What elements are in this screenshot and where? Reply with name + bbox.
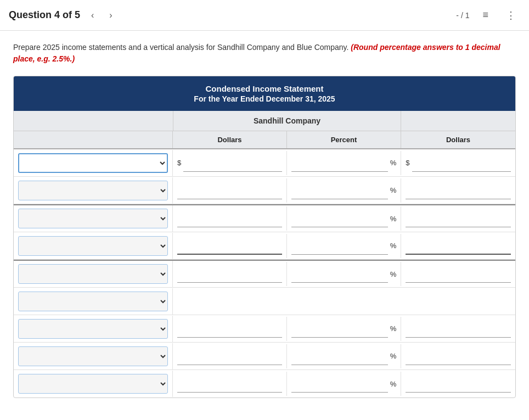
row-9-right-dollar-input[interactable]	[406, 375, 511, 393]
col-header-percent: Percent	[287, 131, 401, 148]
row-6-label-cell	[14, 288, 173, 315]
row-3-percent-input[interactable]	[291, 210, 388, 227]
table-row: %	[14, 315, 515, 343]
row-8-percent-cell: %	[287, 344, 402, 368]
dollar-sign-right-1: $	[406, 159, 409, 167]
row-2-label-cell	[14, 177, 173, 204]
row-3-percent-cell: %	[287, 206, 402, 231]
row-5-select[interactable]	[18, 264, 168, 284]
row-1-dollar-input[interactable]	[183, 154, 282, 172]
row-9-right-dollar-cell	[401, 372, 515, 396]
col-header-dollars-right: Dollars	[401, 131, 515, 148]
row-7-select[interactable]	[18, 319, 168, 339]
row-8-dollar-input[interactable]	[177, 348, 282, 365]
company-header-empty	[14, 111, 173, 131]
row-4-dollar-cell	[173, 234, 287, 258]
company-name-right-empty	[401, 111, 515, 131]
row-6-select[interactable]	[18, 292, 168, 311]
table-row: %	[14, 343, 515, 370]
row-9-dollar-cell	[173, 372, 287, 396]
table-row: %	[14, 232, 515, 260]
row-7-label-cell	[14, 316, 173, 342]
row-5-percent-cell: %	[287, 262, 402, 286]
percent-sign-9: %	[390, 380, 397, 388]
row-9-select[interactable]	[18, 374, 168, 394]
table-title-main: Condensed Income Statement	[22, 84, 507, 93]
row-2-percent-input[interactable]	[291, 182, 388, 199]
row-2-dollar-cell	[173, 178, 287, 203]
income-statement-table: Condensed Income Statement For the Year …	[13, 76, 516, 398]
row-2-right-dollar-cell	[401, 178, 515, 203]
row-9-label-cell	[14, 371, 173, 397]
table-row: $ % $	[14, 149, 515, 177]
row-1-percent-input[interactable]	[291, 154, 388, 172]
instructions: Prepare 2025 income statements and a ver…	[13, 42, 516, 65]
row-3-dollar-cell	[173, 206, 287, 231]
percent-sign-2: %	[390, 186, 397, 194]
header-left: Question 4 of 5 ‹ ›	[9, 8, 117, 23]
row-9-percent-cell: %	[287, 372, 402, 396]
company-header-row: Sandhill Company	[14, 111, 515, 131]
percent-sign-8: %	[390, 352, 397, 360]
table-title-sub: For the Year Ended December 31, 2025	[22, 94, 507, 103]
row-5-right-dollar-input[interactable]	[406, 265, 511, 283]
row-9-percent-input[interactable]	[291, 375, 388, 393]
list-icon-button[interactable]: ≡	[478, 7, 493, 23]
row-5-percent-input[interactable]	[291, 265, 388, 283]
row-9-dollar-input[interactable]	[177, 375, 282, 393]
percent-sign-1: %	[390, 159, 397, 167]
table-row: %	[14, 177, 515, 204]
more-options-button[interactable]: ⋮	[502, 7, 520, 24]
row-2-percent-cell: %	[287, 178, 402, 203]
row-3-dollar-input[interactable]	[177, 210, 282, 227]
page-indicator: - / 1	[456, 11, 469, 20]
row-4-right-dollar-cell	[401, 234, 515, 258]
percent-sign-3: %	[390, 215, 397, 223]
row-4-percent-input[interactable]	[291, 237, 388, 255]
row-1-right-dollar-cell: $	[401, 151, 515, 175]
row-1-select[interactable]	[18, 153, 168, 173]
table-row: %	[14, 260, 515, 288]
row-8-right-dollar-cell	[401, 344, 515, 368]
row-7-dollar-input[interactable]	[177, 320, 282, 338]
nav-next-button[interactable]: ›	[105, 8, 116, 23]
row-2-right-dollar-input[interactable]	[406, 182, 511, 199]
row-2-select[interactable]	[18, 181, 168, 200]
row-2-dollar-input[interactable]	[177, 182, 282, 199]
row-7-right-dollar-input[interactable]	[406, 320, 511, 338]
question-label: Question 4 of 5	[9, 9, 80, 21]
row-8-select[interactable]	[18, 346, 168, 366]
row-4-right-dollar-input[interactable]	[406, 237, 511, 255]
row-7-percent-input[interactable]	[291, 320, 388, 338]
row-5-dollar-input[interactable]	[177, 265, 282, 283]
header-right: - / 1 ≡ ⋮	[456, 7, 520, 24]
dollar-sign-1: $	[177, 159, 181, 167]
row-8-right-dollar-input[interactable]	[406, 348, 511, 365]
percent-sign-7: %	[390, 324, 397, 333]
row-4-dollar-input[interactable]	[177, 237, 282, 255]
row-5-dollar-cell	[173, 262, 287, 286]
row-3-label-cell	[14, 205, 173, 232]
instruction-text: Prepare 2025 income statements and a ver…	[13, 43, 348, 52]
row-7-percent-cell: %	[287, 317, 402, 341]
table-row: %	[14, 370, 515, 397]
row-4-percent-cell: %	[287, 234, 402, 258]
row-7-right-dollar-cell	[401, 317, 515, 341]
row-3-right-dollar-cell	[401, 206, 515, 231]
main-content: Prepare 2025 income statements and a ver…	[0, 31, 529, 409]
row-1-label-cell	[14, 150, 173, 176]
row-1-right-dollar-input[interactable]	[412, 154, 511, 172]
percent-sign-4: %	[390, 242, 397, 250]
row-4-label-cell	[14, 233, 173, 259]
col-header-empty	[14, 131, 173, 148]
row-8-label-cell	[14, 343, 173, 369]
row-8-percent-input[interactable]	[291, 348, 388, 365]
table-row: %	[14, 204, 515, 232]
row-4-select[interactable]	[18, 236, 168, 256]
table-row	[14, 288, 515, 315]
row-3-right-dollar-input[interactable]	[406, 210, 511, 227]
row-3-select[interactable]	[18, 209, 168, 228]
header-bar: Question 4 of 5 ‹ › - / 1 ≡ ⋮	[0, 0, 529, 31]
row-7-dollar-cell	[173, 317, 287, 341]
nav-prev-button[interactable]: ‹	[87, 8, 98, 23]
